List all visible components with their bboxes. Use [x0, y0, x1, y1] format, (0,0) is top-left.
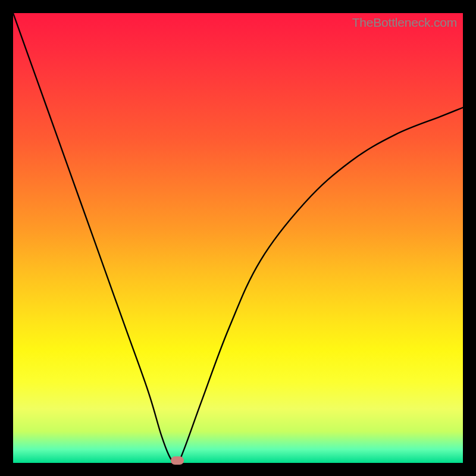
chart-container: TheBottleneck.com	[0, 0, 476, 476]
watermark-text: TheBottleneck.com	[352, 15, 457, 30]
optimal-point-marker	[171, 456, 184, 465]
bottleneck-curve	[13, 13, 463, 463]
plot-area: TheBottleneck.com	[13, 13, 463, 463]
